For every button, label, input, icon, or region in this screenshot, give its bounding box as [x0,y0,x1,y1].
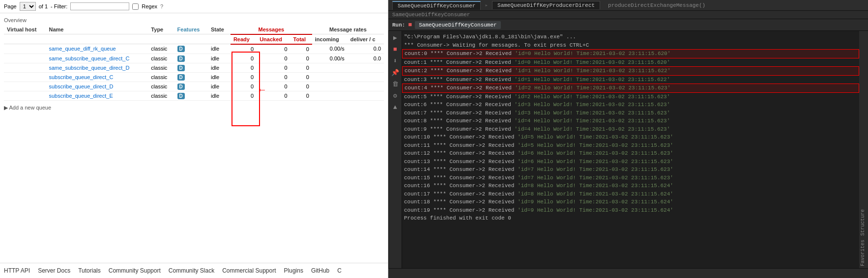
cell-name[interactable]: subscribe_queue_direct_D [46,82,148,91]
tab-same-queue-consumer[interactable]: SameQueueDiffKeyConsumer [392,1,481,10]
left-side-actions: ▶ ■ ⬇ 📌 🗑 ⚙ ▲ [388,31,402,268]
cell-deliver [347,91,384,100]
footer-link[interactable]: GitHub [311,267,329,274]
cell-name[interactable]: subscribe_queue_direct_C [46,72,148,82]
ide-tab-bar: SameQueueDiffKeyConsumer ▸ SameQueueDiff… [388,0,868,11]
col-incoming: incoming [312,34,347,44]
cell-ready: 0 [231,54,257,63]
console-line: "C:\Program Files\Java\jdk1.8.0_181\bin\… [402,33,859,41]
cell-ready: 0 [231,72,257,82]
cell-state: idle [208,63,231,72]
add-queue-link[interactable]: ▶ Add a new queue [4,105,51,111]
console-line: Process finished with exit code 0 [402,214,859,222]
cell-incoming [312,91,347,100]
scroll-down-icon[interactable]: ⬇ [392,56,398,66]
regex-checkbox[interactable] [132,3,139,10]
col-state: State [208,25,231,34]
cell-total: 0 [290,54,312,63]
cell-unacked: 0 [257,63,290,72]
cell-ready: 0 [231,63,257,72]
cell-name[interactable]: same_queue_diff_rk_queue [46,44,148,54]
console-line: count:8 **** Consumer->2 Received 'id=4 … [402,117,859,125]
stop-icon[interactable]: ■ [392,45,398,54]
cell-incoming [312,63,347,72]
cell-vhost [4,91,46,100]
bottom-status-bar [388,268,868,278]
table-container: Virtual host Name Type Features State Me… [4,25,384,101]
cell-vhost [4,44,46,54]
cell-vhost [4,72,46,82]
tab-separator-icon: ▸ [485,2,488,8]
main-content: Overview Virtual host Name Type Features… [0,13,388,263]
breadcrumb-text: SameQueueDiffKeyConsumer [392,12,470,18]
favorites-label[interactable]: Favorites [859,238,868,268]
console-line: count:7 **** Consumer->2 Received 'id=3 … [402,109,859,117]
settings-icon[interactable]: ⚙ [392,91,398,101]
console-line: count:4 **** Consumer->2 Received 'id=2 … [402,83,859,93]
console-line: *** Consumer-> Waiting for messages. To … [402,41,859,50]
cell-unacked: 0 [257,44,290,54]
tab-same-queue-producer[interactable]: SameQueueDiffKeyProducerDirect [492,1,600,9]
col-rates-group: Message rates [312,25,384,34]
overview-label: Overview [4,17,384,23]
clear-icon[interactable]: 🗑 [391,80,400,89]
col-sub-state [208,34,231,44]
footer-link[interactable]: Server Docs [38,267,70,274]
console-line: count:3 **** Consumer->2 Received 'id=1 … [402,76,859,84]
console-line: count:2 **** Consumer->2 Received 'id=1 … [402,66,859,76]
far-right-labels: Structure Favorites [859,31,868,268]
pin-icon[interactable]: 📌 [390,68,400,78]
footer-link[interactable]: HTTP API [4,267,30,274]
page-label: Page [4,3,17,9]
structure-label[interactable]: Structure [859,207,868,238]
footer-link[interactable]: Plugins [284,267,303,274]
run-again-icon[interactable]: ▶ [392,33,398,43]
add-queue-section: ▶ Add a new queue [4,101,384,113]
col-sub-type [148,34,174,44]
console-area: "C:\Program Files\Java\jdk1.8.0_181\bin\… [402,31,859,268]
cell-incoming [312,82,347,91]
console-line: count:12 **** Consumer->2 Received 'id=6… [402,149,859,158]
col-messages-group: Messages [231,25,312,34]
col-name: Name [46,25,148,34]
page-select[interactable]: 1 [20,2,36,11]
cell-type: classic [148,91,174,100]
cell-incoming: 0.00/s [312,54,347,63]
cell-ready: 0 [231,91,257,100]
cell-deliver [347,63,384,72]
console-line: count:14 **** Consumer->2 Received 'id=7… [402,166,859,174]
console-line: count:5 **** Consumer->2 Received 'id=2 … [402,93,859,101]
cell-feature: D [174,72,208,82]
cell-feature: D [174,63,208,72]
run-stop-icon[interactable]: ■ [408,21,412,28]
up-arrow-icon[interactable]: ▲ [392,103,398,112]
regex-help-icon[interactable]: ? [160,3,163,9]
cell-type: classic [148,72,174,82]
footer-link[interactable]: Community Slack [169,267,214,274]
cell-unacked: 0 [257,91,290,100]
col-sub-name [46,34,148,44]
cell-name[interactable]: same_subscribe_queue_direct_C [46,54,148,63]
cell-type: classic [148,82,174,91]
cell-name[interactable]: subscribe_queue_direct_E [46,91,148,100]
cell-name[interactable]: same_subscribe_queue_direct_D [46,63,148,72]
footer-link[interactable]: Tutorials [78,267,101,274]
tab-method-label: produceDirectExchangeMessage() [608,2,705,8]
filter-input[interactable] [70,2,129,10]
regex-label: Regex [142,3,157,9]
cell-incoming: 0.00/s [312,44,347,54]
cell-unacked: 0 [257,54,290,63]
cell-state: idle [208,82,231,91]
cell-deliver [347,82,384,91]
run-tab-active[interactable]: SameQueueDiffKeyConsumer [415,21,500,29]
table-row: subscribe_queue_direct_D classic D idle … [4,82,384,91]
col-sub-vhost [4,34,46,44]
cell-unacked: 0 [257,72,290,82]
cell-feature: D [174,82,208,91]
footer-link[interactable]: Community Support [109,267,161,274]
cell-unacked: 0 [257,82,290,91]
table-row: same_queue_diff_rk_queue classic D idle … [4,44,384,54]
footer-link[interactable]: Commercial Support [222,267,276,274]
footer-link[interactable]: C [337,267,342,274]
console-line: count:16 **** Consumer->2 Received 'id=8… [402,182,859,190]
